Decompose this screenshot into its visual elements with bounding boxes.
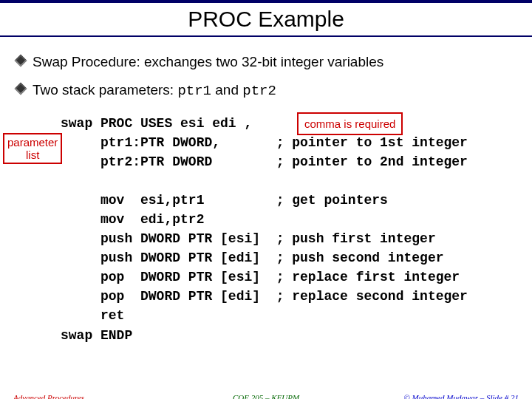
title-banner: PROC Example	[0, 0, 532, 37]
callout-comma-required: comma is required	[297, 112, 403, 136]
code-listing: parameterlistcomma is requiredswap PROC …	[61, 114, 516, 345]
diamond-bullet-icon	[15, 55, 27, 67]
diamond-bullet-icon	[15, 82, 27, 95]
bullet-2-code-2: ptr2	[242, 83, 276, 99]
bullet-2-code-1: ptr1	[177, 83, 211, 99]
slide-title: PROC Example	[0, 3, 532, 35]
callout-param-line1: parameter	[7, 136, 58, 149]
bullet-2-text-b: and	[211, 82, 242, 98]
callout-parameter-list: parameterlist	[3, 133, 62, 165]
callout-param-line2: list	[26, 149, 39, 161]
footer-right: © Muhamed Mudawar – Slide # 21	[403, 393, 519, 399]
slide-content: Swap Procedure: exchanges two 32-bit int…	[0, 37, 532, 345]
code-text: swap PROC USES esi edi , ptr1:PTR DWORD,…	[61, 116, 468, 343]
bullet-1-text: Swap Procedure: exchanges two 32-bit int…	[33, 54, 383, 69]
bullet-2-text-a: Two stack parameters:	[33, 82, 177, 98]
bullet-1: Swap Procedure: exchanges two 32-bit int…	[16, 53, 516, 71]
bullet-2: Two stack parameters: ptr1 and ptr2	[16, 81, 516, 100]
